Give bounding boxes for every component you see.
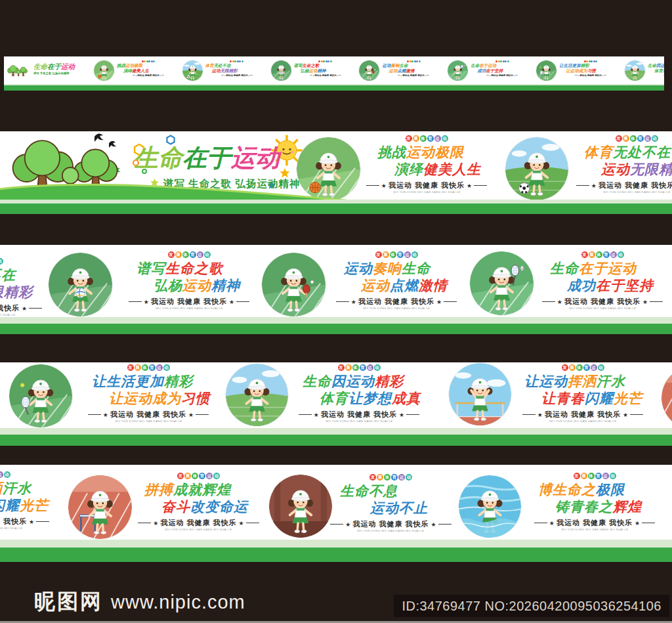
tagline-dash <box>250 75 253 75</box>
title-part: 生命 <box>134 144 182 171</box>
badge-circle: 发 <box>168 251 175 258</box>
star-icon: ★ <box>153 520 158 526</box>
banner-thumbnail-title: 生命在于运动谱写 生命之歌 弘扬运动精神 <box>7 62 91 79</box>
slogan-text-segment: 习惯 <box>587 68 596 73</box>
slogan-line-1: 运动奏响生命 <box>344 260 430 277</box>
star-icon: ★ <box>29 519 34 525</box>
badge-circle: 发 <box>177 473 184 479</box>
divider <box>0 317 672 324</box>
badge-circle: 育 <box>427 135 434 142</box>
slogan-line-2: 运动不止 <box>370 500 428 517</box>
slogan-line-1: 生命因运动精彩 <box>648 63 664 68</box>
slogan-tagline: ★我运动 我健康 我快乐★ <box>576 181 672 190</box>
badge-circle: 体 <box>588 473 595 479</box>
slogan-tagline: ★我运动 我健康 我快乐★ <box>0 303 42 313</box>
banner-row-3: 发展体育运动让生活更加精彩让运动成为习惯★我运动 我健康 我快乐★WO YUN … <box>0 362 672 446</box>
badge-circle: 展 <box>383 251 389 258</box>
star-icon: ★ <box>229 299 234 305</box>
slogan-text-segment: 演绎 <box>394 161 423 177</box>
photo-girl-soccer <box>505 137 568 200</box>
slogan-text-segment: 辉煌 <box>613 499 642 514</box>
slogan-line-1: 谱写生命之歌 <box>136 260 223 277</box>
photo-girl-high-jump <box>449 363 511 425</box>
badge-circle: 动 <box>163 364 170 371</box>
badge-circle: 动 <box>411 251 418 258</box>
photo-girl-running <box>226 364 288 426</box>
slogan-line-1: 体育无处不在 <box>205 63 231 68</box>
tagline-dash <box>642 523 655 524</box>
slogan-text-segment: 体育 <box>205 63 214 68</box>
slogan-line-1: 运动奏响生命 <box>382 63 408 68</box>
slogan-tagline-pinyin: WO YUN DONG WO JIAN KANG WO KUAI LE <box>326 419 392 422</box>
tagline-dash <box>336 301 349 303</box>
slogan-text-segment: 精彩 <box>164 374 193 389</box>
badge-circle: 运 <box>398 474 405 481</box>
tennis-scene-illustration <box>536 60 556 81</box>
slogan-text-segment: 运动不止 <box>370 500 428 515</box>
slogan-line-2: 运动点燃激情 <box>361 277 448 294</box>
slogan-text-segment: 运动 <box>601 161 630 177</box>
tagline-dash <box>438 524 452 525</box>
badge-circle: 展 <box>589 251 595 258</box>
slogan-line-2: 演绎健美人生 <box>123 68 149 74</box>
soccer-scene-illustration <box>182 60 203 81</box>
slogan-text-segment: 闪耀 <box>0 498 20 513</box>
slogan-text-segment: 让梦想 <box>348 391 392 406</box>
badge-circle <box>323 60 325 62</box>
tagline-dash <box>196 414 209 416</box>
badge-circle: 育 <box>397 251 404 258</box>
badge-circle <box>591 60 593 62</box>
slogan-text-segment: 成真 <box>392 391 421 406</box>
photo-girl-table-tennis <box>262 253 326 316</box>
photo-girl-volleyball <box>49 253 112 316</box>
badge-circle <box>500 60 502 62</box>
tagline-text: 我运动 我健康 我快乐 <box>579 74 601 77</box>
slogan-tagline-pinyin: WO YUN DONG WO JIAN KANG WO KUAI LE <box>357 529 424 532</box>
badge-circle: 展 <box>569 364 576 371</box>
photo-girl-swimming <box>459 475 521 538</box>
title-part: 在于 <box>182 144 231 171</box>
slogan-tagline-pinyin: WO YUN DONG WO JIAN KANG WO KUAI LE <box>115 419 182 422</box>
slogan-tagline: ★我运动 我健康 我快乐★ <box>330 519 451 529</box>
tagline-dash <box>29 308 42 309</box>
slogan-line-2: 体育让梦想成真 <box>320 390 421 407</box>
tagline-text: 我运动 我健康 我快乐 <box>0 517 27 526</box>
badge-circle <box>330 60 332 62</box>
slogan-text-segment: 无处不在 <box>0 267 16 282</box>
badge-circle: 育 <box>583 364 590 371</box>
badge-circle: 展 <box>135 364 141 371</box>
badge-circle <box>144 60 146 62</box>
badge-circle: 发 <box>406 135 412 142</box>
badge-circle: 运 <box>602 473 609 479</box>
slogan-block-4: 运动奏响生命运动点燃激情★我运动 我健康 我快乐★WO YUN DONG WO … <box>382 60 445 80</box>
slogan-block-6: 发展体育运动让生活更加精彩让运动成为习惯★我运动 我健康 我快乐★WO YUN … <box>92 364 205 424</box>
divider <box>0 428 672 435</box>
image-id-badge: ID:34769477 NO:20260420095036254106 <box>394 595 669 617</box>
slogan-tagline-pinyin: WO YUN DONG WO JIAN KANG WO KUAI LE <box>0 526 22 529</box>
slogan-text-segment: 在于运动 <box>479 63 496 68</box>
green-bar <box>4 85 664 91</box>
star-icon: ★ <box>399 412 404 418</box>
slogan-text-segment: 精彩 <box>581 63 589 68</box>
slogan-tagline: ★我运动 我健康 我快乐★ <box>336 297 457 307</box>
tagline-dash <box>246 523 259 524</box>
tagline-text: 我运动 我健康 我快乐 <box>545 410 621 419</box>
star-icon: ★ <box>623 412 628 418</box>
title-part: 在于 <box>47 62 61 70</box>
tagline-dash <box>522 414 536 416</box>
divider <box>0 540 672 548</box>
star-icon: ★ <box>345 521 350 528</box>
slogan-text-segment: 生命 <box>550 261 579 276</box>
slogan-block-2: 发展体育运动体育无处不在运动无限精彩★我运动 我健康 我快乐★WO YUN DO… <box>0 258 34 318</box>
badge-circle <box>239 60 241 62</box>
slogan-text-segment: 激情 <box>406 68 414 73</box>
slogan-text-segment: 让运动 <box>524 374 568 389</box>
slogan-line-1: 生命在于运动 <box>471 63 496 68</box>
badge-fazhan-tiyu-yundong: 发展体育运动 <box>562 364 604 371</box>
slogan-text-segment: 奏响 <box>390 63 399 68</box>
slogan-line-1: 挑战运动极限 <box>117 63 142 68</box>
slogan-text-segment: 运动 <box>361 278 390 293</box>
slogan-text-segment: 无处不在 <box>613 144 671 160</box>
badge-circle: 展 <box>184 473 191 479</box>
tagline-dash <box>515 75 518 75</box>
